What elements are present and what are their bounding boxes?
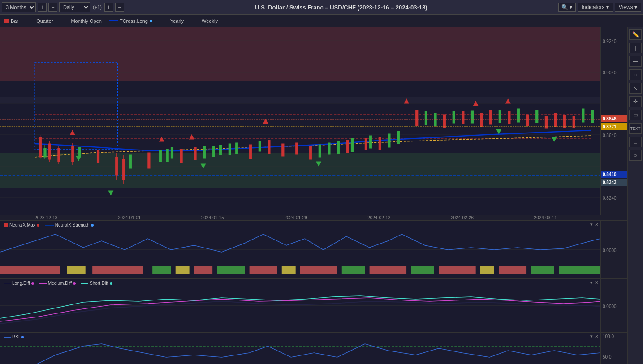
rsi-collapse-btn[interactable]: ▾ [590,334,593,339]
bar-icon [4,19,9,23]
diff-close-btn[interactable]: ✕ [595,280,599,286]
rsi-controls: ▾ ✕ [590,334,599,339]
crosshair-tool-btn[interactable]: ✛ [629,96,642,107]
neuralx-legend: NeuralX.Max NeuralX.Strength [4,223,94,227]
svg-rect-122 [499,266,526,274]
svg-rect-108 [67,266,85,274]
indicators-btn[interactable]: Indicators ▾ [578,3,613,12]
rsi-line-icon [4,337,11,338]
diff-chart-canvas[interactable]: Long.Diff Medium.Diff Short.Diff [0,279,600,332]
svg-rect-3 [0,97,600,103]
minus-tool-btn[interactable]: — [629,56,642,67]
period-minus-btn[interactable]: − [48,3,57,12]
svg-rect-41 [462,111,464,124]
x-axis: 2023-12-18 2024-01-01 2024-01-15 2024-01… [0,215,627,221]
svg-rect-114 [250,266,277,274]
rsi-chart-canvas[interactable]: RSI ▾ ✕ [0,333,600,364]
rsi-panel: RSI ▾ ✕ [0,333,627,364]
svg-rect-36 [346,140,349,153]
rectangle-tool-btn[interactable]: ▭ [629,110,642,120]
views-btn[interactable]: Views ▾ [615,3,641,12]
svg-rect-49 [573,116,575,128]
chart-area: 0.9240 0.9040 0.8846 0.8771 0.8640 0.841… [0,27,627,364]
svg-rect-119 [411,266,434,274]
neuralx-collapse-btn[interactable]: ▾ [590,222,593,227]
x-label-6: 2024-02-26 [421,215,504,220]
x-label-5: 2024-02-12 [337,215,421,220]
cursor-tool-btn[interactable]: ↖ [629,83,642,94]
search-btn[interactable]: 🔍 ▾ [558,3,575,12]
svg-rect-2 [0,153,600,188]
neuralx-strength-line-icon [45,225,54,226]
svg-rect-121 [480,266,494,274]
x-label-3: 2024-01-15 [171,215,254,220]
svg-rect-61 [160,150,162,162]
long-diff-legend: Long.Diff [4,281,34,286]
text-tool-btn[interactable]: TEXT [629,123,642,134]
svg-rect-85 [591,110,593,123]
neuralx-chart-canvas[interactable]: NeuralX.Max NeuralX.Strength ▾ ✕ 0.0000 [0,221,600,278]
rsi-close-btn[interactable]: ✕ [595,334,599,339]
diff-legend: Long.Diff Medium.Diff Short.Diff [4,281,112,286]
neuralx-svg [0,221,600,278]
svg-rect-76 [397,131,399,144]
svg-rect-40 [444,115,446,128]
svg-rect-123 [531,266,554,274]
svg-rect-43 [490,110,492,124]
svg-text:0.8343: 0.8343 [603,180,617,185]
svg-rect-70 [319,145,321,157]
svg-text:0.8640: 0.8640 [603,133,617,138]
diff-collapse-btn[interactable]: ▾ [590,280,593,286]
price-chart-canvas[interactable] [0,27,600,215]
pencil-tool-btn[interactable]: ✏️ [629,29,642,40]
svg-rect-120 [439,266,475,274]
svg-rect-33 [282,144,284,156]
quarter-line-icon [26,21,35,21]
price-y-axis-svg: 0.9240 0.9040 0.8846 0.8771 0.8640 0.841… [601,27,628,215]
svg-rect-110 [152,266,171,274]
svg-rect-116 [300,266,337,274]
svg-rect-71 [328,143,330,154]
svg-rect-78 [434,113,436,126]
legend-monthly-open: Monthly Open [60,18,101,24]
increment-minus-btn[interactable]: − [115,3,124,12]
price-chart-svg [0,27,600,215]
svg-text:0.8240: 0.8240 [603,196,617,201]
tcross-dot-icon [150,20,152,22]
neuralx-max-icon [4,223,8,227]
circle-tool-btn[interactable]: ○ [629,150,642,161]
square-tool-btn[interactable]: □ [629,137,642,147]
main-layout: 0.9240 0.9040 0.8846 0.8771 0.8640 0.841… [0,27,643,364]
svg-rect-29 [180,149,182,163]
chart-legend: Bar Quarter Monthly Open TCross.Long Yea… [0,15,643,27]
svg-text:100.0: 100.0 [603,334,614,339]
svg-rect-74 [370,136,372,148]
period-select[interactable]: 3 Months 1 Month 6 Months 1 Year [2,2,36,12]
svg-rect-59 [78,147,81,157]
svg-rect-37 [365,138,367,150]
neuralx-strength-legend: NeuralX.Strength [45,223,94,227]
neuralx-max-dot [37,224,39,227]
svg-rect-73 [351,138,353,152]
toolbar: 3 Months 1 Month 6 Months 1 Year + − Dai… [0,0,643,15]
svg-text:0.9040: 0.9040 [603,70,617,75]
measure-tool-btn[interactable]: ↔ [629,69,642,80]
neuralx-y-axis-svg: 0.0000 [601,221,628,279]
svg-rect-63 [171,147,173,158]
neuralx-close-btn[interactable]: ✕ [595,222,599,227]
timeframe-select[interactable]: Daily 1H Weekly Monthly [59,2,90,12]
period-plus-btn[interactable]: + [38,3,47,12]
svg-rect-30 [194,147,196,160]
diff-y-axis: 0.0000 [600,279,627,332]
rsi-y-axis-svg: 100.0 50.0 0.0 [601,333,628,364]
svg-rect-80 [471,111,473,123]
svg-rect-31 [250,145,252,159]
long-diff-dot [31,282,34,285]
neuralx-panel: NeuralX.Max NeuralX.Strength ▾ ✕ 0.0000 [0,221,627,279]
svg-rect-60 [129,155,132,168]
long-diff-icon [4,283,11,284]
line-tool-btn[interactable]: | [629,43,642,53]
legend-quarter: Quarter [26,18,53,24]
increment-plus-btn[interactable]: + [104,3,113,12]
svg-rect-112 [194,266,212,274]
